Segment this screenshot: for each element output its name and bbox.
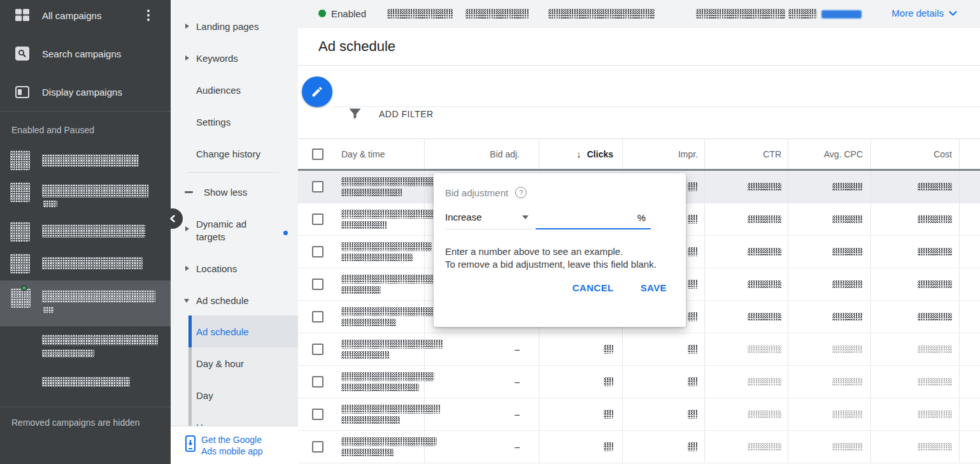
column-label: CTR (763, 149, 781, 159)
sidebar-item-label: Search campaigns (42, 48, 121, 59)
redacted-value (688, 280, 698, 289)
more-menu-icon[interactable] (147, 10, 150, 23)
nav-item-label: Change history (196, 148, 260, 161)
redacted-text (341, 319, 396, 327)
table-row[interactable]: – (298, 431, 980, 463)
nav-item-ad-schedule[interactable]: Ad schedule (188, 315, 298, 347)
table-row[interactable]: – (298, 333, 980, 366)
redacted-value (688, 312, 698, 321)
row-checkbox[interactable] (312, 214, 323, 225)
filter-icon (349, 108, 361, 119)
add-filter-button[interactable]: ADD FILTER (349, 108, 434, 119)
search-icon (15, 47, 29, 61)
sidebar-item-all-campaigns[interactable]: All campaigns (0, 1, 171, 29)
row-checkbox[interactable] (312, 181, 323, 192)
day-time-value (341, 242, 432, 262)
column-label: Cost (934, 149, 952, 159)
chevron-down-icon (949, 11, 957, 16)
nav-item-day[interactable]: Day (188, 379, 298, 411)
select-all-checkbox[interactable] (312, 149, 323, 160)
row-checkbox[interactable] (312, 441, 323, 453)
campaign-icon (10, 150, 30, 170)
campaign-icon (10, 182, 30, 202)
redacted-value (832, 410, 863, 419)
mobile-app-promo[interactable]: Get the Google Ads mobile app (171, 426, 298, 464)
redacted-text (341, 351, 390, 359)
dialog-hint: Enter a number above to see an example. … (445, 245, 672, 270)
chevron-right-icon (185, 226, 189, 231)
phone-icon (185, 435, 196, 454)
redacted-value (748, 378, 781, 386)
bid-adj-value: – (515, 409, 520, 419)
divider (334, 106, 980, 107)
nav-item-day-hour[interactable]: Day & hour (188, 347, 298, 379)
table-row[interactable]: – (298, 366, 980, 398)
campaign-item-selected[interactable] (0, 280, 171, 326)
bid-adj-value: – (515, 442, 520, 452)
row-checkbox[interactable] (312, 279, 323, 290)
edit-button[interactable] (302, 76, 332, 107)
sidebar-item-search-campaigns[interactable]: Search campaigns (0, 40, 171, 68)
redacted-text (341, 437, 437, 446)
row-checkbox[interactable] (312, 311, 323, 323)
redacted-link[interactable] (821, 10, 862, 18)
column-header-ctr[interactable]: CTR (705, 139, 788, 169)
grid-icon (15, 9, 29, 22)
promo-text: Get the Google Ads mobile app (201, 434, 263, 457)
bid-adj-value: – (515, 377, 520, 387)
redacted-value (748, 280, 781, 289)
redacted-text (341, 189, 402, 197)
redacted-value (918, 183, 952, 191)
chevron-right-icon (185, 55, 189, 61)
redacted-text (788, 9, 817, 18)
column-label: Bid adj. (490, 149, 520, 159)
nav-item-hour[interactable]: Hour (188, 411, 298, 426)
cancel-button[interactable]: CANCEL (572, 282, 614, 293)
dialog-title: Bid adjustment (445, 187, 508, 198)
save-button[interactable]: SAVE (641, 282, 667, 293)
column-header-clicks-sorted[interactable]: ↓ Clicks (539, 139, 623, 169)
bid-adjustment-input[interactable] (536, 212, 637, 223)
nav-item-label: Settings (196, 116, 231, 129)
redacted-text (696, 9, 785, 18)
column-header-impr[interactable]: Impr. (623, 139, 705, 169)
redacted-text (465, 9, 529, 18)
table-row[interactable]: – (298, 398, 980, 431)
redacted-value (918, 280, 952, 289)
column-header-cost[interactable]: Cost (871, 139, 960, 169)
row-checkbox[interactable] (312, 344, 323, 355)
collapse-sidebar-button[interactable] (162, 208, 183, 229)
sort-desc-icon: ↓ (576, 149, 581, 159)
sidebar-item-display-campaigns[interactable]: Display campaigns (0, 78, 171, 106)
column-header-day-time[interactable]: Day & time (298, 139, 425, 169)
column-header-bid-adj[interactable]: Bid adj. (425, 139, 539, 169)
more-details-button[interactable]: More details (891, 8, 957, 18)
redacted-text (42, 377, 130, 387)
column-header-avg-cpc[interactable]: Avg. CPC (788, 139, 871, 169)
divider (0, 407, 171, 407)
redacted-value (832, 345, 863, 354)
bid-direction-dropdown[interactable]: Increase (445, 212, 534, 229)
row-checkbox[interactable] (312, 246, 323, 257)
redacted-text (42, 290, 155, 303)
day-time-value (341, 372, 434, 392)
help-icon[interactable]: ? (515, 187, 527, 198)
page-header: Ad schedule (298, 28, 980, 66)
pencil-icon (311, 85, 323, 98)
redacted-text (341, 449, 394, 457)
redacted-value (918, 345, 952, 354)
row-checkbox[interactable] (312, 409, 323, 420)
redacted-value (918, 443, 952, 451)
campaigns-sidebar: All campaigns Search campaigns Display c… (0, 0, 171, 464)
selected-indicator (188, 315, 192, 347)
redacted-text (42, 349, 94, 358)
bid-adj-value: – (515, 344, 520, 354)
campaign-icon (10, 222, 30, 242)
redacted-value (918, 313, 952, 321)
row-checkbox[interactable] (312, 376, 323, 388)
campaign-icon (10, 254, 30, 273)
enabled-status-dot (318, 10, 326, 17)
redacted-value (604, 410, 613, 419)
divider (0, 111, 171, 112)
redacted-value (918, 410, 952, 419)
